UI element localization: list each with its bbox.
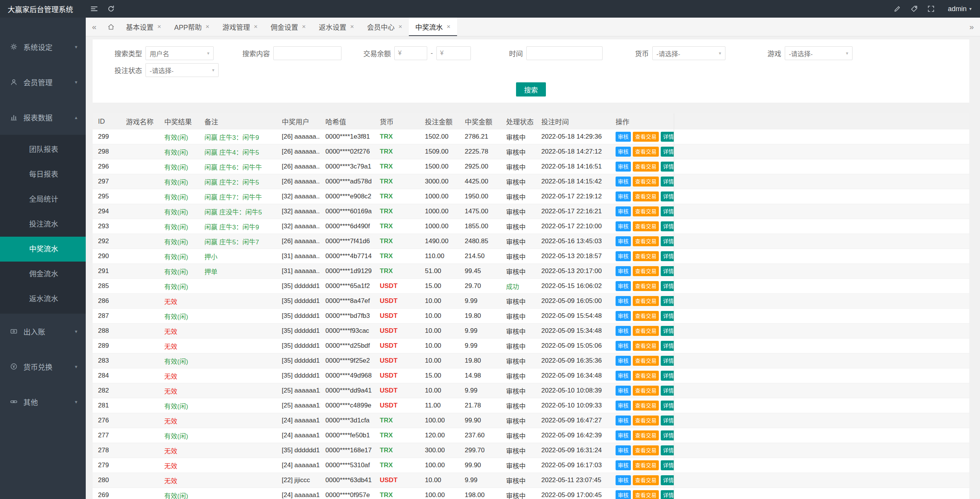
review-button[interactable]: 审核 (616, 132, 631, 142)
detail-button[interactable]: 详情 (661, 296, 674, 306)
review-button[interactable]: 审核 (616, 296, 631, 306)
view-trade-button[interactable]: 查看交易 (633, 281, 659, 291)
view-trade-button[interactable]: 查看交易 (633, 416, 659, 425)
sidebar-item-team-report[interactable]: 团队报表 (0, 137, 86, 162)
close-icon[interactable]: × (302, 23, 306, 31)
view-trade-button[interactable]: 查看交易 (633, 132, 659, 142)
view-trade-button[interactable]: 查看交易 (633, 147, 659, 157)
sidebar-item-in-out-account[interactable]: 出入账 ▾ (0, 314, 86, 349)
view-trade-button[interactable]: 查看交易 (633, 386, 659, 396)
close-icon[interactable]: × (350, 23, 354, 31)
bet-status-select[interactable]: -请选择- ▾ (145, 63, 219, 77)
review-button[interactable]: 审核 (616, 162, 631, 172)
tab-6[interactable]: 会员中心× (361, 18, 409, 36)
view-trade-button[interactable]: 查看交易 (633, 401, 659, 411)
detail-button[interactable]: 详情 (661, 475, 674, 485)
tag-button[interactable] (906, 0, 923, 18)
detail-button[interactable]: 详情 (661, 416, 674, 425)
view-trade-button[interactable]: 查看交易 (633, 191, 659, 201)
review-button[interactable]: 审核 (616, 326, 631, 336)
detail-button[interactable]: 详情 (661, 371, 674, 381)
tab-2[interactable]: APP帮助× (168, 18, 216, 36)
detail-button[interactable]: 详情 (661, 386, 674, 396)
view-trade-button[interactable]: 查看交易 (633, 177, 659, 187)
search-type-select[interactable]: 用户名 ▾ (145, 46, 214, 60)
sidebar-item-win-flow[interactable]: 中奖流水 (0, 237, 86, 262)
detail-button[interactable]: 详情 (661, 341, 674, 351)
sidebar-item-system-settings[interactable]: 系统设定 ▾ (0, 29, 86, 64)
close-icon[interactable]: × (447, 23, 451, 31)
sidebar-item-member-management[interactable]: 会员管理 ▾ (0, 64, 86, 100)
sidebar-item-currency-exchange[interactable]: 货币兑换 ▾ (0, 349, 86, 384)
review-button[interactable]: 审核 (616, 191, 631, 201)
view-trade-button[interactable]: 查看交易 (633, 221, 659, 231)
view-trade-button[interactable]: 查看交易 (633, 162, 659, 172)
view-trade-button[interactable]: 查看交易 (633, 251, 659, 261)
sidebar-item-global-stats[interactable]: 全局统计 (0, 187, 86, 212)
sidebar-item-daily-report[interactable]: 每日报表 (0, 162, 86, 187)
tab-5[interactable]: 返水设置× (312, 18, 361, 36)
review-button[interactable]: 审核 (616, 371, 631, 381)
sidebar-item-rebate-flow[interactable]: 返水流水 (0, 286, 86, 311)
tabs-scroll-right-button[interactable]: » (963, 18, 980, 36)
detail-button[interactable]: 详情 (661, 251, 674, 261)
view-trade-button[interactable]: 查看交易 (633, 206, 659, 216)
review-button[interactable]: 审核 (616, 266, 631, 276)
detail-button[interactable]: 详情 (661, 191, 674, 201)
detail-button[interactable]: 详情 (661, 326, 674, 336)
view-trade-button[interactable]: 查看交易 (633, 430, 659, 440)
view-trade-button[interactable]: 查看交易 (633, 460, 659, 470)
balance-max-input[interactable] (446, 49, 467, 57)
time-input[interactable] (526, 46, 603, 60)
tab-4[interactable]: 佣金设置× (264, 18, 312, 36)
review-button[interactable]: 审核 (616, 416, 631, 425)
detail-button[interactable]: 详情 (661, 311, 674, 321)
currency-select[interactable]: -请选择- ▾ (652, 46, 725, 60)
detail-button[interactable]: 详情 (661, 460, 674, 470)
view-trade-button[interactable]: 查看交易 (633, 341, 659, 351)
sidebar-item-report-data[interactable]: 报表数据 ▴ (0, 100, 86, 135)
view-trade-button[interactable]: 查看交易 (633, 490, 659, 499)
review-button[interactable]: 审核 (616, 236, 631, 246)
detail-button[interactable]: 详情 (661, 430, 674, 440)
review-button[interactable]: 审核 (616, 341, 631, 351)
view-trade-button[interactable]: 查看交易 (633, 371, 659, 381)
detail-button[interactable]: 详情 (661, 221, 674, 231)
sidebar-toggle-button[interactable] (86, 0, 103, 18)
review-button[interactable]: 审核 (616, 475, 631, 485)
refresh-button[interactable] (103, 0, 119, 18)
close-icon[interactable]: × (254, 23, 258, 31)
review-button[interactable]: 审核 (616, 251, 631, 261)
review-button[interactable]: 审核 (616, 490, 631, 499)
review-button[interactable]: 审核 (616, 177, 631, 187)
edit-button[interactable] (889, 0, 906, 18)
detail-button[interactable]: 详情 (661, 401, 674, 411)
review-button[interactable]: 审核 (616, 221, 631, 231)
review-button[interactable]: 审核 (616, 281, 631, 291)
close-icon[interactable]: × (399, 23, 402, 31)
close-icon[interactable]: × (157, 23, 161, 31)
view-trade-button[interactable]: 查看交易 (633, 356, 659, 366)
review-button[interactable]: 审核 (616, 386, 631, 396)
tab-7[interactable]: 中奖流水× (409, 18, 457, 36)
home-tab[interactable] (103, 18, 119, 36)
detail-button[interactable]: 详情 (661, 281, 674, 291)
sidebar-item-commission-flow[interactable]: 佣金流水 (0, 262, 86, 286)
detail-button[interactable]: 详情 (661, 177, 674, 187)
search-button[interactable]: 搜索 (516, 82, 546, 97)
tab-3[interactable]: 游戏管理× (216, 18, 264, 36)
close-icon[interactable]: × (206, 23, 209, 31)
view-trade-button[interactable]: 查看交易 (633, 445, 659, 455)
view-trade-button[interactable]: 查看交易 (633, 296, 659, 306)
review-button[interactable]: 审核 (616, 147, 631, 157)
view-trade-button[interactable]: 查看交易 (633, 266, 659, 276)
balance-min-input[interactable] (403, 49, 423, 57)
review-button[interactable]: 审核 (616, 430, 631, 440)
view-trade-button[interactable]: 查看交易 (633, 326, 659, 336)
detail-button[interactable]: 详情 (661, 132, 674, 142)
detail-button[interactable]: 详情 (661, 236, 674, 246)
detail-button[interactable]: 详情 (661, 356, 674, 366)
detail-button[interactable]: 详情 (661, 266, 674, 276)
review-button[interactable]: 审核 (616, 206, 631, 216)
view-trade-button[interactable]: 查看交易 (633, 236, 659, 246)
